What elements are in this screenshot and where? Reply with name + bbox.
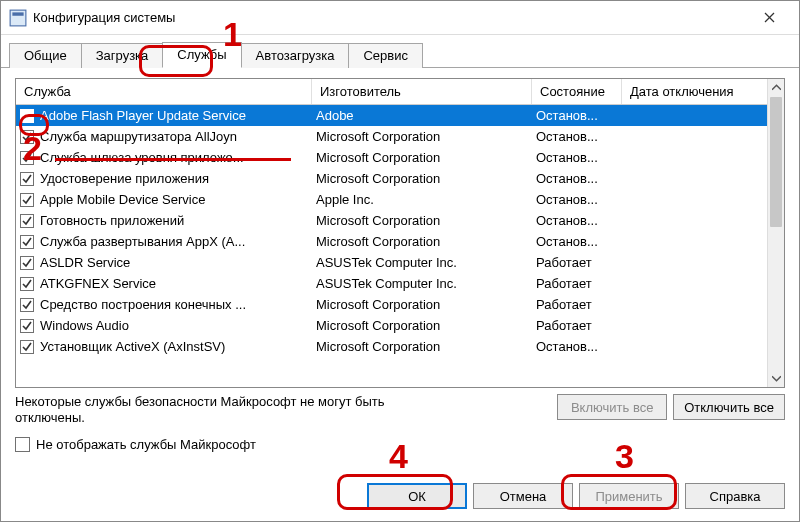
cancel-button[interactable]: Отмена — [473, 483, 573, 509]
cell-service: Apple Mobile Device Service — [40, 192, 316, 207]
table-row[interactable]: Служба маршрутизатора AllJoyn Microsoft … — [16, 126, 784, 147]
row-checkbox[interactable] — [20, 214, 34, 228]
cell-status: Работает — [536, 318, 626, 333]
window-title: Конфигурация системы — [33, 10, 175, 25]
table-row[interactable]: Служба шлюза уровня приложе... Microsoft… — [16, 147, 784, 168]
tab-startup[interactable]: Автозагрузка — [241, 43, 350, 68]
note-line1: Некоторые службы безопасности Майкрософт… — [15, 394, 385, 409]
row-checkbox[interactable] — [20, 151, 34, 165]
scrollbar[interactable] — [767, 79, 784, 387]
cell-status: Останов... — [536, 213, 626, 228]
cell-service: Служба шлюза уровня приложе... — [40, 150, 316, 165]
cell-status: Останов... — [536, 234, 626, 249]
hide-ms-label: Не отображать службы Майкрософт — [36, 437, 256, 452]
close-icon — [764, 12, 775, 23]
row-checkbox[interactable] — [20, 340, 34, 354]
row-checkbox[interactable] — [20, 298, 34, 312]
table-row[interactable]: Готовность приложений Microsoft Corporat… — [16, 210, 784, 231]
row-checkbox[interactable] — [20, 319, 34, 333]
table-row[interactable]: Adobe Flash Player Update Service Adobe … — [16, 105, 784, 126]
cell-vendor: Microsoft Corporation — [316, 129, 536, 144]
cell-status: Останов... — [536, 171, 626, 186]
scroll-down-icon[interactable] — [768, 370, 784, 387]
cell-vendor: Microsoft Corporation — [316, 318, 536, 333]
row-checkbox[interactable] — [20, 172, 34, 186]
security-note: Некоторые службы безопасности Майкрософт… — [15, 394, 557, 425]
notes-row: Некоторые службы безопасности Майкрософт… — [15, 394, 785, 425]
cell-vendor: Microsoft Corporation — [316, 339, 536, 354]
scroll-up-icon[interactable] — [768, 79, 784, 96]
cell-status: Останов... — [536, 192, 626, 207]
col-header-service[interactable]: Служба — [16, 79, 312, 104]
scroll-thumb[interactable] — [770, 97, 782, 227]
list-body: Adobe Flash Player Update Service Adobe … — [16, 105, 784, 387]
cell-vendor: Apple Inc. — [316, 192, 536, 207]
row-checkbox[interactable] — [20, 235, 34, 249]
services-list: Служба Изготовитель Состояние Дата отклю… — [15, 78, 785, 388]
dialog-buttons: ОК Отмена Применить Справка — [1, 473, 799, 521]
enable-all-button[interactable]: Включить все — [557, 394, 667, 420]
cell-vendor: Microsoft Corporation — [316, 150, 536, 165]
close-button[interactable] — [747, 4, 791, 32]
cell-service: ASLDR Service — [40, 255, 316, 270]
tab-general[interactable]: Общие — [9, 43, 82, 68]
cell-service: ATKGFNEX Service — [40, 276, 316, 291]
cell-service: Adobe Flash Player Update Service — [40, 108, 316, 123]
cell-service: Средство построения конечных ... — [40, 297, 316, 312]
ok-button[interactable]: ОК — [367, 483, 467, 509]
msconfig-window: Конфигурация системы Общие Загрузка Служ… — [0, 0, 800, 522]
cell-status: Останов... — [536, 108, 626, 123]
cell-status: Останов... — [536, 150, 626, 165]
table-row[interactable]: Удостоверение приложения Microsoft Corpo… — [16, 168, 784, 189]
row-checkbox[interactable] — [20, 130, 34, 144]
tab-content: Служба Изготовитель Состояние Дата отклю… — [1, 68, 799, 473]
disable-all-button[interactable]: Отключить все — [673, 394, 785, 420]
apply-button[interactable]: Применить — [579, 483, 679, 509]
table-row[interactable]: ATKGFNEX Service ASUSTek Computer Inc. Р… — [16, 273, 784, 294]
cell-service: Установщик ActiveX (AxInstSV) — [40, 339, 316, 354]
col-header-manufacturer[interactable]: Изготовитель — [312, 79, 532, 104]
table-row[interactable]: ASLDR Service ASUSTek Computer Inc. Рабо… — [16, 252, 784, 273]
tabstrip: Общие Загрузка Службы Автозагрузка Серви… — [1, 35, 799, 68]
cell-status: Останов... — [536, 339, 626, 354]
cell-status: Работает — [536, 297, 626, 312]
tab-services[interactable]: Службы — [162, 42, 241, 68]
svg-rect-1 — [12, 12, 23, 15]
cell-vendor: Microsoft Corporation — [316, 234, 536, 249]
row-checkbox[interactable] — [20, 277, 34, 291]
cell-vendor: Adobe — [316, 108, 536, 123]
cell-service: Служба развертывания AppX (A... — [40, 234, 316, 249]
table-row[interactable]: Средство построения конечных ... Microso… — [16, 294, 784, 315]
cell-vendor: Microsoft Corporation — [316, 297, 536, 312]
cell-vendor: Microsoft Corporation — [316, 171, 536, 186]
note-line2: отключены. — [15, 410, 85, 425]
cell-vendor: ASUSTek Computer Inc. — [316, 276, 536, 291]
hide-ms-checkbox[interactable] — [15, 437, 30, 452]
cell-status: Останов... — [536, 129, 626, 144]
table-row[interactable]: Apple Mobile Device Service Apple Inc. О… — [16, 189, 784, 210]
row-checkbox[interactable] — [20, 193, 34, 207]
list-header: Служба Изготовитель Состояние Дата отклю… — [16, 79, 784, 105]
app-icon — [9, 9, 27, 27]
row-checkbox[interactable] — [20, 256, 34, 270]
cell-status: Работает — [536, 255, 626, 270]
cell-status: Работает — [536, 276, 626, 291]
cell-vendor: Microsoft Corporation — [316, 213, 536, 228]
col-header-disable-date[interactable]: Дата отключения — [622, 79, 752, 104]
table-row[interactable]: Windows Audio Microsoft Corporation Рабо… — [16, 315, 784, 336]
cell-vendor: ASUSTek Computer Inc. — [316, 255, 536, 270]
tab-tools[interactable]: Сервис — [348, 43, 423, 68]
help-button[interactable]: Справка — [685, 483, 785, 509]
tab-boot[interactable]: Загрузка — [81, 43, 164, 68]
cell-service: Windows Audio — [40, 318, 316, 333]
table-row[interactable]: Служба развертывания AppX (A... Microsof… — [16, 231, 784, 252]
hide-ms-row: Не отображать службы Майкрософт — [15, 437, 785, 452]
cell-service: Удостоверение приложения — [40, 171, 316, 186]
titlebar: Конфигурация системы — [1, 1, 799, 35]
col-header-status[interactable]: Состояние — [532, 79, 622, 104]
cell-service: Служба маршрутизатора AllJoyn — [40, 129, 316, 144]
table-row[interactable]: Установщик ActiveX (AxInstSV) Microsoft … — [16, 336, 784, 357]
cell-service: Готовность приложений — [40, 213, 316, 228]
row-checkbox[interactable] — [20, 109, 34, 123]
